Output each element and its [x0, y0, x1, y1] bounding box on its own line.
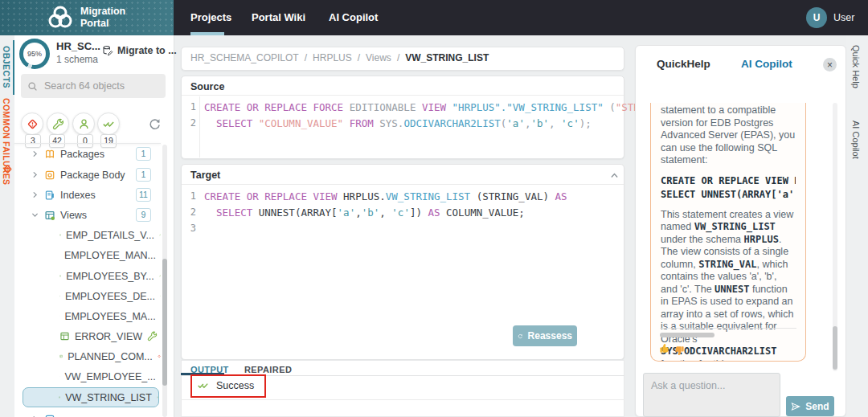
tree-group-partial[interactable]	[14, 409, 161, 417]
search-icon	[27, 81, 38, 92]
sidebar-scrollbar-thumb[interactable]	[162, 259, 167, 386]
tab-ai-copilot[interactable]: AI Copilot	[741, 58, 792, 70]
close-icon[interactable]: ×	[823, 58, 837, 72]
copilot-code-line: SELECT UNNEST(ARRAY['a','	[661, 188, 796, 202]
tab-quickhelp[interactable]: QuickHelp	[657, 58, 710, 70]
tree-item-view[interactable]: EMPLOYEES_BY...	[14, 266, 161, 286]
nav-projects[interactable]: Projects	[190, 11, 231, 23]
thumbs-down-icon[interactable]	[673, 345, 685, 357]
tree-group-views[interactable]: Views 9	[14, 205, 161, 225]
line-number: 2	[185, 206, 196, 218]
migrate-database-icon	[102, 45, 113, 56]
breadcrumb-project[interactable]: HR_SCHEMA_COPILOT	[190, 52, 299, 63]
tree-group-label: Package Body	[60, 170, 125, 181]
tree-item-view[interactable]: PLANNED_COM...	[14, 346, 161, 366]
app-title: Migration Portal	[80, 6, 125, 30]
nav-ai-copilot[interactable]: AI Copilot	[329, 11, 378, 23]
chevron-right-icon	[31, 190, 39, 199]
count-badge: 9	[136, 208, 151, 222]
failure-diamond-icon	[2, 164, 13, 174]
tree-item-label: EMPLOYEES_DE...	[65, 291, 155, 302]
send-arrow-icon	[791, 402, 800, 411]
refresh-button[interactable]	[148, 117, 162, 131]
copilot-scrollbar-thumb[interactable]	[833, 326, 837, 370]
package-icon	[44, 149, 55, 160]
filter-repaired-button[interactable]	[47, 112, 69, 135]
refresh-icon	[148, 117, 162, 131]
avatar[interactable]: U	[806, 7, 827, 28]
person-icon	[78, 118, 90, 130]
project-name: HR_SC...	[56, 40, 100, 52]
tree-item-label: EMPLOYEES_BY...	[66, 271, 154, 282]
index-icon	[44, 190, 55, 201]
copilot-message-footer	[650, 328, 806, 357]
tree-group-indexes[interactable]: Indexes 11	[14, 185, 161, 205]
tree-group-label: Indexes	[60, 190, 96, 201]
tree-item-view[interactable]: EMPLOYEES_MA...	[14, 306, 161, 326]
reassess-button[interactable]: Reassess	[513, 325, 577, 346]
line-number: 1	[185, 101, 196, 112]
tree-item-label: PLANNED_COM...	[68, 351, 153, 362]
tree-item-view[interactable]: ERROR_VIEW	[14, 326, 161, 346]
chevron-down-icon	[31, 211, 39, 219]
tree-item-view[interactable]: EMP_DETAILS_V...	[14, 225, 161, 245]
message-divider	[660, 328, 796, 329]
count-badge: 11	[136, 188, 151, 202]
filter-manual-button[interactable]	[72, 112, 95, 135]
ask-question-input[interactable]	[643, 373, 780, 417]
breadcrumb: HR_SCHEMA_COPILOT / HRPLUS / Views / VW_…	[190, 52, 489, 63]
status-row-divider	[181, 399, 624, 400]
user-name: User	[833, 12, 854, 23]
tree-item-label: VW_STRING_LIST	[65, 392, 152, 403]
tab-repaired[interactable]: REPAIRED	[244, 365, 292, 374]
search-input[interactable]	[43, 80, 158, 92]
annotation-highlight-box	[190, 374, 266, 398]
tree-item-label: VW_EMPLOYEE_...	[64, 371, 155, 382]
view-table-icon	[59, 291, 60, 301]
rail-tab-quick-help[interactable]: Quick Help	[851, 45, 861, 88]
chevron-right-icon	[31, 149, 39, 158]
filter-failures-button[interactable]	[21, 112, 43, 135]
tree-group-package-body[interactable]: Package Body 1	[14, 165, 161, 185]
migration-portal-app: Migration Portal Projects Portal Wiki AI…	[0, 0, 868, 417]
collapse-chevron-up-icon[interactable]	[609, 170, 620, 181]
target-code-line[interactable]: CREATE OR REPLACE VIEW HRPLUS.VW_STRING_…	[204, 190, 567, 202]
tree-group-label: Views	[60, 210, 87, 221]
line-number: 1	[185, 190, 196, 202]
view-table-icon	[59, 230, 61, 240]
nav-portal-wiki[interactable]: Portal Wiki	[252, 11, 305, 23]
tree-item-label: ERROR_VIEW	[75, 331, 142, 342]
breadcrumb-schema[interactable]: HRPLUS	[313, 52, 352, 63]
horizontal-scrollbar-thumb[interactable]	[660, 333, 714, 337]
edb-logo-icon	[46, 5, 75, 31]
person-icon	[157, 392, 158, 403]
view-table-icon	[59, 351, 63, 362]
tree-item-label: EMPLOYEES_MA...	[64, 311, 155, 322]
wrench-icon	[147, 331, 158, 341]
tree-item-view[interactable]: VW_EMPLOYEE_...	[14, 366, 161, 386]
tree-group-packages[interactable]: Packages 1	[14, 144, 161, 164]
rail-tab-ai-copilot[interactable]: AI Copilot	[851, 121, 861, 159]
breadcrumb-views[interactable]: Views	[366, 52, 391, 63]
target-code-line[interactable]: SELECT UNNEST(ARRAY['a','b', 'c']) AS CO…	[204, 206, 525, 219]
filter-success-button[interactable]	[97, 112, 120, 135]
wrench-icon	[159, 271, 161, 281]
tree-item-view[interactable]: EMPLOYEES_DE...	[14, 286, 161, 306]
object-search[interactable]	[21, 74, 166, 98]
breadcrumb-separator: /	[358, 52, 360, 63]
rail-tab-objects[interactable]: OBJECTS	[2, 46, 11, 88]
source-code-line[interactable]: SELECT "COLUMN_VALUE" FROM SYS.ODCIVARCH…	[204, 117, 592, 129]
wrench-icon	[160, 291, 161, 301]
migrate-to-button[interactable]: Migrate to ...	[102, 45, 177, 56]
tree-group-label: Packages	[60, 149, 104, 160]
source-header-divider	[182, 95, 624, 96]
tree-item-view[interactable]: EMPLOYEE_MAN...	[14, 245, 161, 265]
send-button[interactable]: Send	[786, 396, 834, 416]
object-type-icon	[44, 414, 55, 417]
wrench-icon	[159, 230, 161, 240]
line-number: 3	[185, 223, 196, 234]
tree-item-view-selected[interactable]: VW_STRING_LIST	[23, 387, 159, 407]
view-table-icon	[59, 392, 60, 403]
thumbs-up-icon[interactable]	[659, 342, 671, 354]
chevron-right-icon	[31, 170, 39, 179]
